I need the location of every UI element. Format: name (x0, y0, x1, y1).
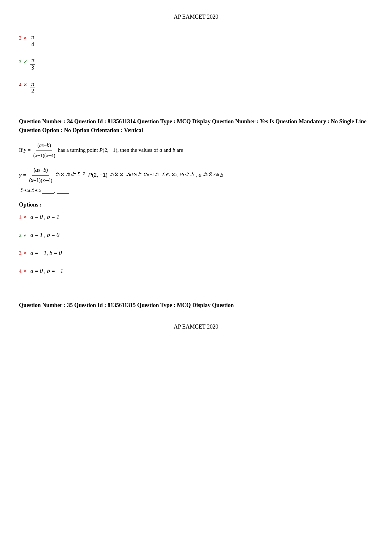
question-34-meta-text: Question Number : 34 Question Id : 81356… (19, 118, 367, 134)
wrong-icon-4: ✕ (23, 82, 27, 88)
prev-option-4-number: 4. ✕ (19, 81, 28, 89)
prev-option-3-number: 3. ✓ (19, 57, 28, 65)
q34-option-2-value: a = 1 , b = 0 (30, 231, 59, 239)
question-34-body-telugu: y = (ax−b) (x−1)(x−4) ప్రమేయానికి P(2, −… (19, 165, 373, 196)
question-35-meta-text: Question Number : 35 Question Id : 81356… (19, 302, 234, 308)
page-footer: AP EAMCET 2020 (19, 323, 373, 331)
wrong-icon-q34-4: ✕ (23, 268, 27, 274)
prev-option-4-value: π 2 (30, 81, 35, 95)
prev-option-4: 4. ✕ π 2 (19, 81, 373, 95)
q34-option-3-number: 3. ✕ (19, 249, 28, 257)
prev-option-3-value: π 3 (30, 57, 35, 71)
q34-option-1-value: a = 0 , b = 1 (30, 213, 59, 221)
prev-option-2-number: 2. ✕ (19, 34, 28, 42)
wrong-icon-q34-3: ✕ (23, 250, 27, 256)
question-35: Question Number : 35 Question Id : 81356… (19, 301, 373, 310)
q34-option-3: 3. ✕ a = −1, b = 0 (19, 249, 373, 257)
page-header: AP EAMCET 2020 (19, 13, 373, 21)
q34-option-4: 4. ✕ a = 0 , b = −1 (19, 267, 373, 275)
footer-title: AP EAMCET 2020 (174, 324, 218, 330)
question-34-meta: Question Number : 34 Question Id : 81356… (19, 117, 373, 135)
header-title: AP EAMCET 2020 (174, 14, 218, 20)
q34-option-4-value: a = 0 , b = −1 (30, 267, 63, 275)
question-34: Question Number : 34 Question Id : 81356… (19, 117, 373, 275)
options-label-34: Options : (19, 200, 373, 209)
q34-option-2: 2. ✓ a = 1 , b = 0 (19, 231, 373, 239)
prev-option-2: 2. ✕ π 4 (19, 34, 373, 48)
wrong-icon-q34-1: ✕ (23, 214, 27, 220)
question-35-meta: Question Number : 35 Question Id : 81356… (19, 301, 373, 310)
prev-option-3: 3. ✓ π 3 (19, 57, 373, 71)
correct-icon: ✓ (23, 58, 28, 65)
q34-option-1: 1. ✕ a = 0 , b = 1 (19, 213, 373, 221)
q34-option-1-number: 1. ✕ (19, 213, 28, 221)
q34-option-4-number: 4. ✕ (19, 267, 28, 275)
correct-icon-q34-2: ✓ (23, 231, 28, 239)
prev-option-2-value: π 4 (30, 34, 35, 48)
q34-option-3-value: a = −1, b = 0 (30, 249, 62, 257)
prev-question-options: 2. ✕ π 4 3. ✓ π 3 4. ✕ π 2 (19, 34, 373, 95)
wrong-icon: ✕ (23, 35, 27, 41)
question-34-body-en: If y = (ax−b) (x−1)(x−4) has a turning p… (19, 141, 373, 161)
q34-option-2-number: 2. ✓ (19, 231, 28, 239)
